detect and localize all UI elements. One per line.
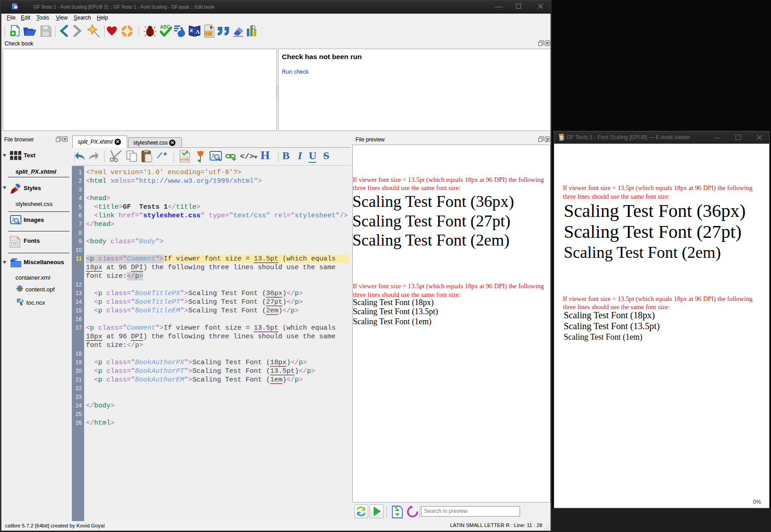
svg-text:TTF: TTF: [11, 241, 17, 246]
svg-text:HTML: HTML: [180, 157, 190, 161]
svg-text:A: A: [195, 28, 200, 35]
svg-text:TTF: TTF: [205, 32, 212, 36]
